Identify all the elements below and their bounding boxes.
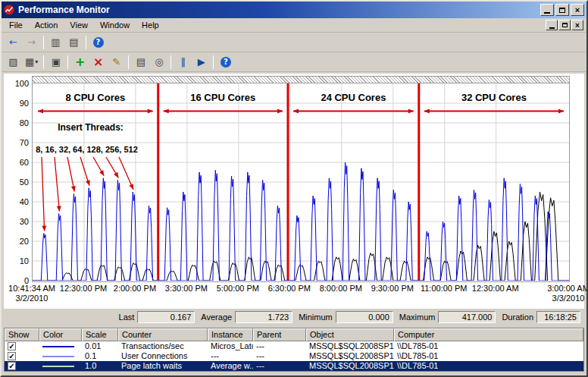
show-checkbox[interactable]: ✓ [8,362,16,370]
legend-cell-scale: 1.0 [82,361,118,371]
pencil-icon: ✎ [112,56,120,68]
minimize-button[interactable] [540,4,554,16]
minimum-label: Minimum [299,313,333,322]
freeze-display-button[interactable]: ‖ [174,54,192,70]
counter-legend: ShowColorScaleCounterInstanceParentObjec… [4,328,584,372]
legend-row[interactable]: ✓1.0Page latch waitsAverage w...---MSSQL… [5,361,583,371]
legend-cell-computer: \\DL785-01 [394,341,583,351]
column-header-show[interactable]: Show [5,328,39,341]
x-axis-label: 6:30:00 PM [268,284,311,294]
properties-button[interactable]: ▤ [132,54,149,70]
minimize-icon [544,12,550,14]
view-current-activity-button[interactable]: ▧ [5,54,22,70]
y-axis-label: 40 [6,197,29,206]
help-button[interactable]: ? [217,54,234,70]
column-header-computer[interactable]: Computer [394,328,583,341]
menu-window[interactable]: Window [94,19,136,31]
copy-icon: ▣ [52,56,61,68]
chevron-down-icon: ▾ [35,58,38,65]
legend-cell-scale: 0.01 [82,341,118,351]
menu-action[interactable]: Action [29,19,64,31]
copy-properties-button[interactable]: ▣ [47,54,64,70]
legend-cell-object: MSSQL$SQL2008SP1:Wait S... [306,361,394,371]
help-icon: ? [93,37,104,48]
average-value: 1.723 [235,311,292,323]
legend-cell-counter: Transactions/sec [118,341,208,351]
y-axis-label: 10 [6,256,29,265]
toolbar-separator [128,55,129,69]
back-button[interactable]: ← [5,34,22,50]
column-header-color[interactable]: Color [39,328,82,341]
minimum-value: 0.000 [336,311,393,323]
y-axis-label: 30 [6,217,29,226]
menu-view[interactable]: View [64,19,94,31]
column-header-object[interactable]: Object [306,328,394,341]
x-axis-label: 3:00:00 AM3/3/2010 [547,284,588,303]
column-header-counter[interactable]: Counter [118,328,208,341]
legend-cell-instance: --- [208,351,253,361]
legend-row[interactable]: ✓0.1User Connections------MSSQL$SQL2008S… [5,351,583,361]
menu-help[interactable]: Help [136,19,165,31]
svg-text:8 CPU Cores: 8 CPU Cores [65,92,125,103]
show-checkbox[interactable]: ✓ [8,352,16,360]
export-list-button[interactable]: ▤ [65,34,83,50]
show-checkbox[interactable]: ✓ [8,342,16,350]
last-label: Last [119,313,135,322]
help-button[interactable]: ? [89,34,107,50]
last-value: 0.167 [137,311,195,323]
delete-counter-button[interactable]: × [89,54,107,70]
performance-chart: 8 CPU Cores16 CPU Cores24 CPU Cores32 CP… [33,83,569,281]
y-axis-label: 50 [6,178,29,187]
legend-rows: ✓0.01Transactions/secMicros_Latc...---MS… [5,341,583,371]
highlight-button[interactable]: ✎ [108,54,125,70]
maximum-label: Maximum [399,313,436,322]
plot-area: 1009080706050403020100 8 CPU Cores16 CPU… [32,83,570,282]
restore-icon [562,23,568,27]
x-axis-label: 12:30:00 AM [472,284,519,294]
child-minimize-button[interactable] [546,20,558,30]
export-list-icon: ▤ [69,36,78,48]
menu-bar: File Action View Window Help × [2,18,586,33]
console-tree-icon: ▥ [51,36,60,48]
y-axis-label: 90 [6,99,29,108]
x-axis: 10:41:34 AM3/2/201012:30:00 PM2:00:00 PM… [5,282,583,306]
toolbar-separator [213,55,214,69]
view-type-button[interactable]: ▦▾ [23,54,40,70]
x-axis-label: 5:00:00 PM [217,284,259,294]
view-type-icon: ▦ [25,56,34,68]
forward-button[interactable]: → [23,34,40,50]
close-button[interactable]: × [571,4,584,16]
column-header-parent[interactable]: Parent [253,328,306,341]
legend-cell-parent: --- [253,341,306,351]
column-header-scale[interactable]: Scale [82,328,118,341]
maximize-icon [559,8,565,13]
child-restore-button[interactable] [558,20,571,30]
legend-row[interactable]: ✓0.01Transactions/secMicros_Latc...---MS… [5,341,583,351]
step-forward-icon: ▶ [198,56,205,68]
duration-label: Duration [502,313,533,322]
title-bar[interactable]: Performance Monitor × [2,2,586,18]
child-close-button[interactable]: × [571,20,583,30]
maximize-button[interactable] [555,4,569,16]
toolbar-chart: ▧▦▾▣+×✎▤◎‖▶? [2,52,586,72]
svg-text:16 CPU Cores: 16 CPU Cores [190,92,255,103]
y-axis-label: 20 [6,237,29,246]
legend-cell-object: MSSQL$SQL2008SP1:Datab... [306,341,394,351]
line-color-swatch [42,356,74,357]
arrow-right-icon: → [27,36,36,48]
column-header-instance[interactable]: Instance [208,328,253,341]
help-icon: ? [220,57,231,68]
legend-cell-instance: Average w... [208,361,253,371]
show-console-tree-button[interactable]: ▥ [47,34,64,50]
average-label: Average [201,313,232,322]
menu-file[interactable]: File [3,19,29,31]
x-axis-label: 9:30:00 PM [371,284,414,294]
legend-cell-object: MSSQL$SQL2008SP1:Gener... [306,351,394,361]
chart-panel: 1009080706050403020100 8 CPU Cores16 CPU… [4,74,584,309]
add-counter-button[interactable]: + [71,54,89,70]
magnifier-icon: ◎ [155,56,163,68]
zoom-button[interactable]: ◎ [150,54,167,70]
x-axis-label: 2:00:00 PM [114,284,156,294]
update-data-button[interactable]: ▶ [192,54,210,70]
toolbar-separator [86,36,86,49]
